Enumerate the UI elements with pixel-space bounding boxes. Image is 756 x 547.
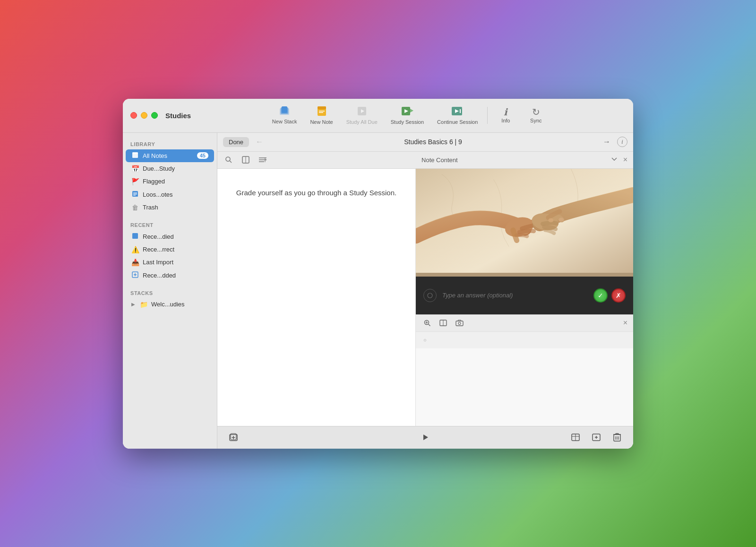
grade-correct-button[interactable]: ✓ bbox=[593, 288, 608, 303]
sort-button[interactable] bbox=[611, 156, 618, 164]
delete-button[interactable] bbox=[609, 429, 626, 446]
last-import-text: Last Import bbox=[143, 259, 208, 266]
continue-session-button[interactable]: Continue Session bbox=[431, 104, 483, 127]
study-all-due-button[interactable]: Study All Due bbox=[341, 104, 383, 127]
recently-correct-text: Rece...rrect bbox=[143, 246, 208, 253]
svg-line-26 bbox=[230, 161, 232, 163]
search-card-button[interactable] bbox=[223, 154, 234, 165]
add-card-icon bbox=[592, 433, 601, 442]
layout-image-button[interactable] bbox=[438, 317, 449, 329]
list-card-button[interactable] bbox=[257, 154, 268, 165]
app-window: Studies New Stack bbox=[123, 99, 633, 449]
sidebar-item-recently-added[interactable]: Rece...dded bbox=[126, 269, 214, 282]
nav-info-button[interactable]: i bbox=[617, 137, 627, 147]
bottom-tools-right bbox=[567, 429, 626, 446]
info-icon: ℹ bbox=[504, 107, 507, 117]
chevron-right-icon: ▶ bbox=[131, 302, 135, 307]
new-stack-icon bbox=[279, 106, 290, 118]
new-note-label: New Note bbox=[310, 119, 333, 125]
new-note-button[interactable]: New Note bbox=[304, 104, 338, 127]
last-import-icon: 📥 bbox=[131, 259, 139, 266]
layout2-icon bbox=[439, 320, 447, 326]
loose-notes-text: Loos...otes bbox=[143, 191, 208, 198]
svg-rect-2 bbox=[282, 106, 287, 113]
sidebar-item-all-notes[interactable]: All Notes 45 bbox=[126, 149, 214, 162]
hands-svg bbox=[416, 169, 633, 273]
sync-label: Sync bbox=[530, 118, 541, 123]
recent-label: RECENT bbox=[123, 219, 217, 230]
library-label: LIBRARY bbox=[123, 139, 217, 149]
recently-added-text: Rece...dded bbox=[143, 272, 208, 279]
study-session-icon bbox=[401, 106, 413, 118]
zoom-image-button[interactable] bbox=[421, 317, 433, 329]
sync-button[interactable]: ↻ Sync bbox=[522, 105, 550, 125]
recently-died-icon bbox=[131, 233, 139, 241]
close-button[interactable] bbox=[130, 112, 137, 119]
all-notes-text: All Notes bbox=[143, 152, 193, 159]
svg-marker-52 bbox=[423, 434, 428, 440]
add-stack-button[interactable] bbox=[225, 429, 242, 446]
sidebar-item-recently-died[interactable]: Rece...died bbox=[126, 230, 214, 243]
sidebar-item-welcome-studies[interactable]: ▶ 📁 Welc...udies bbox=[126, 298, 214, 311]
sidebar-item-due-study[interactable]: 📅 Due...Study bbox=[126, 163, 214, 175]
info-button[interactable]: ℹ Info bbox=[491, 105, 520, 125]
sync-icon: ↻ bbox=[532, 107, 540, 117]
cards-view-icon bbox=[571, 433, 580, 442]
add-card-button[interactable] bbox=[588, 429, 605, 446]
due-study-text: Due...Study bbox=[143, 165, 208, 172]
add-stack-icon bbox=[229, 433, 238, 442]
layout-icon bbox=[242, 156, 249, 164]
done-button[interactable]: Done bbox=[223, 137, 249, 147]
answer-circle bbox=[423, 289, 437, 302]
flagged-text: Flagged bbox=[143, 178, 208, 185]
trash-icon bbox=[613, 433, 621, 442]
study-session-button[interactable]: Study Session bbox=[385, 104, 430, 127]
close-panel-button[interactable]: × bbox=[623, 156, 627, 164]
svg-point-47 bbox=[458, 322, 461, 325]
continue-session-icon bbox=[451, 106, 464, 118]
card-area: Grade yourself as you go through a Study… bbox=[217, 169, 633, 426]
recently-correct-icon: ⚠️ bbox=[131, 246, 139, 253]
sidebar-item-recently-correct[interactable]: ⚠️ Rece...rrect bbox=[126, 243, 214, 256]
info-label: Info bbox=[501, 118, 510, 123]
sidebar-item-loose-notes[interactable]: Loos...otes bbox=[126, 188, 214, 201]
new-stack-button[interactable]: New Stack bbox=[266, 104, 303, 126]
recently-died-text: Rece...died bbox=[143, 233, 208, 240]
study-session-label: Study Session bbox=[391, 119, 424, 125]
toolbar-separator bbox=[487, 107, 488, 124]
sidebar-item-last-import[interactable]: 📥 Last Import bbox=[126, 256, 214, 269]
titlebar: Studies New Stack bbox=[123, 99, 633, 133]
due-study-icon: 📅 bbox=[131, 165, 139, 173]
close-image-button[interactable]: × bbox=[623, 319, 627, 327]
play-button[interactable] bbox=[417, 429, 434, 446]
grade-buttons: ✓ ✗ bbox=[593, 288, 626, 303]
layout-card-button[interactable] bbox=[240, 154, 251, 165]
new-note-icon bbox=[317, 106, 327, 118]
flagged-icon: 🚩 bbox=[131, 178, 139, 185]
back-arrow-button[interactable]: ← bbox=[253, 137, 266, 147]
forward-arrow-button[interactable]: → bbox=[600, 137, 613, 147]
study-all-icon bbox=[357, 106, 367, 118]
svg-point-39 bbox=[428, 293, 432, 298]
trash-text: Trash bbox=[143, 204, 208, 211]
answer-placeholder[interactable]: Type an answer (optional) bbox=[442, 292, 588, 299]
card-front-text: Grade yourself as you go through a Study… bbox=[236, 188, 396, 199]
svg-point-37 bbox=[548, 218, 553, 222]
sidebar-item-trash[interactable]: 🗑 Trash bbox=[126, 201, 214, 214]
grade-incorrect-button[interactable]: ✗ bbox=[611, 288, 626, 303]
camera-button[interactable] bbox=[454, 317, 465, 329]
sort-icon bbox=[611, 156, 618, 163]
card-back: Type an answer (optional) ✓ ✗ bbox=[416, 169, 633, 426]
maximize-button[interactable] bbox=[151, 112, 158, 119]
svg-rect-21 bbox=[132, 233, 138, 239]
camera-icon bbox=[455, 320, 464, 326]
cards-view-button[interactable] bbox=[567, 429, 584, 446]
card-toolbar: Note Content × bbox=[217, 152, 633, 169]
content-pane: Done ← Studies Basics 6 | 9 → i bbox=[217, 133, 633, 449]
sidebar-item-flagged[interactable]: 🚩 Flagged bbox=[126, 175, 214, 188]
play-icon bbox=[421, 433, 430, 442]
app-title: Studies bbox=[165, 112, 191, 120]
svg-rect-46 bbox=[456, 321, 463, 326]
minimize-button[interactable] bbox=[141, 112, 147, 119]
loose-notes-icon bbox=[131, 191, 139, 199]
